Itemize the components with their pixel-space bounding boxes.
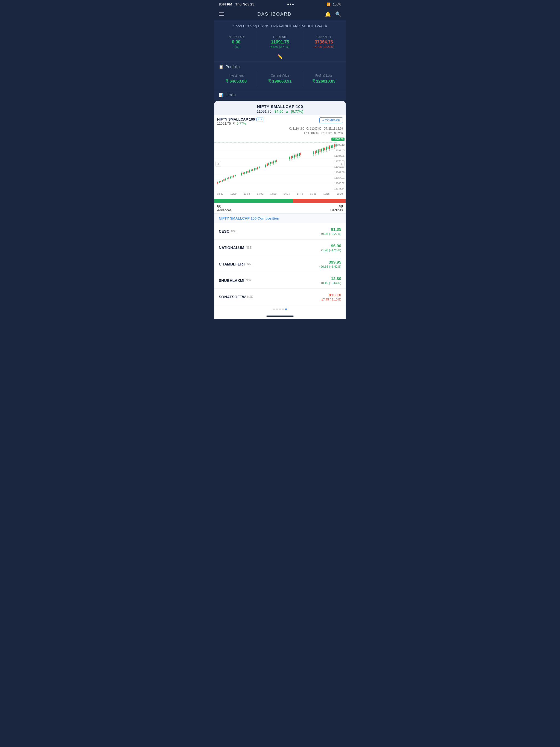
stock-name-cesc: CESC NSE [219,229,236,233]
svg-rect-14 [221,181,222,182]
pagination-dots [214,305,346,313]
price-level-9: 11038.64 [331,187,345,190]
stock-exchange-shubhlaxmi: NSE [246,279,252,282]
stock-exchange-sonatsoftw: NSE [248,295,253,298]
svg-rect-46 [251,170,252,171]
svg-rect-54 [257,167,258,169]
svg-rect-52 [255,168,256,170]
svg-rect-70 [275,160,276,162]
ticker-name-2: BANKNIFT [304,35,343,38]
ticker-change-0: - (%) [217,45,256,48]
stock-item-shubhlaxmi[interactable]: SHUBHLAXMI NSE 12.80 +0.45 (+3.64%) [214,272,346,289]
status-right: 📶 100% [327,2,341,6]
ticker-p100[interactable]: P 100 NIF 11091.75 84.50 (0.77%) [258,32,302,52]
dot-2 [276,308,278,310]
ticker-change-2: -77.20 (-0.21%) [304,45,343,48]
advances-count: 60 [217,204,232,208]
svg-rect-104 [324,148,325,150]
price-level-3: 11084.75 [331,154,345,157]
limits-label: Limits [226,93,236,97]
svg-rect-28 [232,176,233,177]
greeting-text: Good Evening URVISH PRAVINCHANDRA BHUTWA… [214,20,346,32]
composition-header: NIFTY SMALLCAP 100 Composition [214,213,346,223]
stock-item-sonatsoftw[interactable]: SONATSOFTW NSE 813.10 -17.45 (-2.10%) [214,289,346,305]
chart-price: 11091.75 [257,109,272,113]
svg-rect-96 [318,150,319,153]
svg-rect-34 [241,173,242,175]
svg-rect-72 [276,160,278,162]
ticker-name-0: NIFTY LAR [217,35,256,38]
stock-right-shubhlaxmi: 12.80 +0.45 (+3.64%) [321,276,341,285]
svg-rect-106 [326,147,327,150]
menu-button[interactable] [219,11,224,17]
time-axis: 13:25 13:39 13:53 14:06 14:20 14:34 14:4… [214,191,346,196]
svg-rect-86 [299,153,300,156]
advances-label: 60 Advances [217,204,232,212]
price-level-8: 11046.32 [331,182,345,185]
svg-rect-80 [294,155,295,157]
ticker-banknifty[interactable]: BANKNIFT 37364.75 -77.20 (-0.21%) [302,32,346,52]
chart-card: NIFTY SMALLCAP 100 11091.75 84.50 ▲ (0.7… [214,101,346,319]
compare-button[interactable]: + COMPARE [320,117,343,123]
svg-rect-90 [313,152,314,154]
svg-rect-2 [219,15,224,16]
portfolio-grid: Investment ₹ 64653.08 Current Value ₹ 19… [214,72,346,90]
stock-price-cesc: 91.35 [321,227,341,232]
stock-price-nationalum: 96.90 [321,243,341,248]
status-bar: 8:44 PM Thu Nov 25 📶 100% [214,0,346,8]
svg-rect-68 [273,161,274,163]
advance-bar [214,199,293,203]
stock-item-chamblfert[interactable]: CHAMBLFERT NSE 399.95 +20.55 (+5.42%) [214,256,346,272]
pnl-value: ₹ 126010.83 [304,79,343,84]
portfolio-current-value: Current Value ₹ 190663.91 [258,72,302,86]
ticker-value-1: 11091.75 [260,40,299,45]
ticker-bar: NIFTY LAR 0.00 - (%) P 100 NIF 11091.75 … [214,32,346,52]
stock-name-chamblfert: CHAMBLFERT NSE [219,262,253,266]
svg-rect-66 [272,162,273,163]
svg-rect-92 [315,151,316,154]
dot-1 [273,308,275,310]
pnl-label: Profit & Loss [304,74,343,77]
stock-change-shubhlaxmi: +0.45 (+3.64%) [321,281,341,285]
time-1: 13:39 [230,192,237,195]
stock-item-nationalum[interactable]: NATIONALUM NSE 96.90 +1.20 (+1.25%) [214,239,346,256]
current-value-label: Current Value [260,74,299,77]
stock-item-cesc[interactable]: CESC NSE 91.35 +0.25 (+0.27%) [214,223,346,239]
bell-icon[interactable]: 🔔 [325,11,331,17]
time-9: 15:29 [337,192,343,195]
time-8: 15:15 [324,192,330,195]
header-title: DASHBOARD [257,11,292,17]
ticker-name-1: P 100 NIF [260,35,299,38]
limits-section-header[interactable]: 📊 Limits [214,90,346,100]
current-value-value: ₹ 190663.91 [260,79,299,84]
svg-rect-10 [217,182,218,183]
svg-rect-26 [230,177,231,178]
svg-rect-82 [296,154,297,157]
time-3: 14:06 [257,192,263,195]
chart-nav-left[interactable]: « [215,161,221,167]
price-level-2: 11092.43 [331,149,345,152]
chart-subtitle: 11091.75 84.50 ▲ (0.77%) [219,109,341,113]
price-level-7: 11054.01 [331,176,345,179]
dot-3 [279,308,281,310]
svg-rect-110 [329,146,330,149]
svg-rect-74 [289,157,290,159]
svg-rect-56 [259,166,260,168]
header: DASHBOARD 🔔 🔍 [214,8,346,20]
search-icon[interactable]: 🔍 [335,11,341,17]
svg-rect-94 [316,150,317,153]
edit-row: ✏️ [214,52,346,61]
ticker-nifty-lar[interactable]: NIFTY LAR 0.00 - (%) [214,32,258,52]
ticker-change-1: 84.50 (0.77%) [260,45,299,48]
stock-exchange-chamblfert: NSE [247,262,253,265]
stock-change-nationalum: +1.20 (+1.25%) [321,249,341,252]
edit-icon[interactable]: ✏️ [277,54,283,59]
stock-change-sonatsoftw: -17.45 (-2.10%) [321,298,341,301]
status-time: 8:44 PM Thu Nov 25 [219,2,254,6]
stock-price-chamblfert: 399.95 [319,260,341,264]
svg-rect-50 [254,169,255,170]
portfolio-label: Portfolio [226,65,239,69]
svg-rect-30 [233,176,234,177]
chart-nav-right[interactable]: » [339,161,345,167]
ohlc-info: O: 11104.90 C: 11107.80 DT: 25/11 15:29 … [214,126,346,136]
